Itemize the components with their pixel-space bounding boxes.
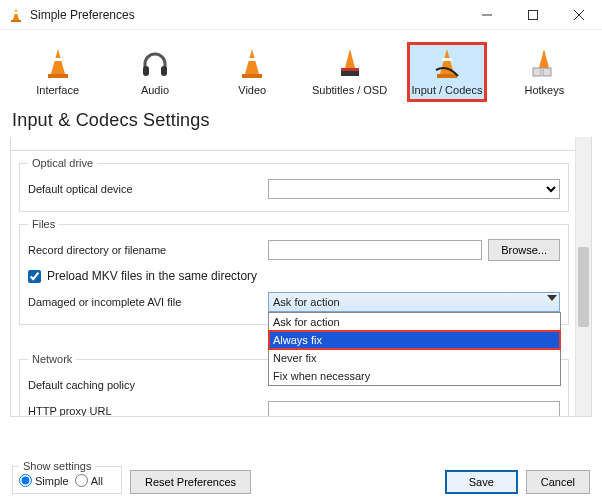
window-title: Simple Preferences [30, 8, 464, 22]
cone-icon [41, 46, 75, 80]
default-optical-select[interactable] [268, 179, 560, 199]
dropdown-option[interactable]: Never fix [269, 349, 560, 367]
record-dir-label: Record directory or filename [28, 244, 268, 256]
footer: Show settings Simple All Reset Preferenc… [0, 444, 602, 504]
svg-rect-11 [161, 66, 167, 76]
group-optical-legend: Optical drive [28, 157, 97, 169]
damaged-avi-label: Damaged or incomplete AVI file [28, 296, 268, 308]
damaged-avi-combo[interactable]: Ask for action Ask for action Always fix… [268, 292, 560, 312]
svg-marker-7 [51, 49, 65, 74]
radio-all[interactable]: All [75, 474, 103, 487]
settings-panel: Optical drive Default optical device Fil… [10, 137, 592, 417]
tab-hotkeys[interactable]: Hotkeys [505, 42, 584, 102]
tab-audio-label: Audio [141, 84, 169, 96]
radio-simple[interactable]: Simple [19, 474, 69, 487]
svg-rect-22 [533, 68, 541, 76]
svg-rect-4 [529, 10, 538, 19]
tab-interface-label: Interface [36, 84, 79, 96]
browse-button[interactable]: Browse... [488, 239, 560, 261]
tab-video-label: Video [238, 84, 266, 96]
svg-marker-21 [539, 49, 549, 68]
vlc-cone-icon [8, 7, 24, 23]
show-settings-legend: Show settings [19, 460, 95, 472]
svg-rect-20 [437, 74, 457, 78]
proxy-input[interactable] [268, 401, 560, 417]
minimize-button[interactable] [464, 0, 510, 30]
svg-rect-10 [143, 66, 149, 76]
svg-marker-15 [345, 49, 355, 68]
dropdown-option[interactable]: Always fix [269, 331, 560, 349]
tab-audio[interactable]: Audio [115, 42, 194, 102]
tab-interface[interactable]: Interface [18, 42, 97, 102]
close-button[interactable] [556, 0, 602, 30]
cone-icon [235, 46, 269, 80]
tab-subtitles-label: Subtitles / OSD [312, 84, 387, 96]
group-optical: Optical drive Default optical device [19, 157, 569, 212]
show-settings-group: Show settings Simple All [12, 460, 122, 494]
panel-top-cut [11, 137, 591, 151]
default-optical-label: Default optical device [28, 183, 268, 195]
dropdown-option[interactable]: Fix when necessary [269, 367, 560, 385]
tab-video[interactable]: Video [213, 42, 292, 102]
svg-rect-2 [11, 20, 21, 22]
dropdown-option[interactable]: Ask for action [269, 313, 560, 331]
svg-rect-13 [247, 58, 257, 61]
proxy-label: HTTP proxy URL [28, 405, 268, 417]
record-dir-input[interactable] [268, 240, 482, 260]
damaged-avi-dropdown[interactable]: Ask for action Always fix Never fix Fix … [268, 312, 561, 386]
svg-marker-12 [245, 49, 259, 74]
titlebar: Simple Preferences [0, 0, 602, 30]
group-files: Files Record directory or filename Brows… [19, 218, 569, 325]
scrollbar[interactable] [575, 137, 591, 416]
scrollbar-thumb[interactable] [578, 247, 589, 327]
tab-subtitles[interactable]: Subtitles / OSD [310, 42, 389, 102]
group-files-legend: Files [28, 218, 59, 230]
svg-rect-1 [14, 12, 19, 14]
save-button[interactable]: Save [445, 470, 518, 494]
cone-plug-icon [430, 46, 464, 80]
preload-mkv-label: Preload MKV files in the same directory [47, 269, 257, 283]
cone-keys-icon [527, 46, 561, 80]
clapper-icon [333, 46, 367, 80]
category-toolbar: Interface Audio Video Subtitles / OSD In… [0, 30, 602, 106]
caching-label: Default caching policy [28, 379, 268, 391]
maximize-button[interactable] [510, 0, 556, 30]
cancel-button[interactable]: Cancel [526, 470, 590, 494]
chevron-down-icon [547, 295, 557, 301]
svg-rect-14 [242, 74, 262, 78]
reset-preferences-button[interactable]: Reset Preferences [130, 470, 251, 494]
group-network-legend: Network [28, 353, 76, 365]
preload-mkv-checkbox[interactable] [28, 270, 41, 283]
svg-rect-9 [48, 74, 68, 78]
tab-input-codecs-label: Input / Codecs [411, 84, 482, 96]
page-heading: Input & Codecs Settings [0, 106, 602, 137]
tab-input-codecs[interactable]: Input / Codecs [407, 42, 487, 102]
svg-rect-19 [442, 58, 452, 61]
tab-hotkeys-label: Hotkeys [524, 84, 564, 96]
damaged-avi-value: Ask for action [273, 296, 340, 308]
svg-rect-8 [53, 58, 63, 61]
svg-rect-23 [543, 68, 551, 76]
headphones-icon [138, 46, 172, 80]
svg-rect-17 [341, 68, 359, 71]
